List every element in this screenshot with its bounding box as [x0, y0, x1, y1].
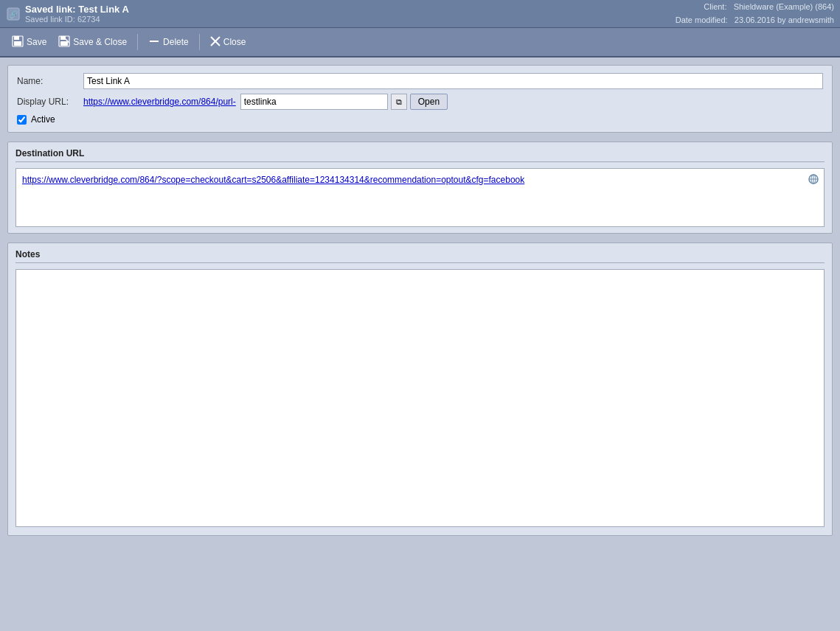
close-icon	[210, 36, 221, 49]
open-label: Open	[418, 97, 440, 107]
name-row: Name:	[17, 73, 823, 89]
toolbar: Save Save & Close Delete Clos	[0, 28, 840, 57]
date-info: Date modified: 23.06.2016 by andrewsmith	[676, 14, 834, 27]
display-url-base[interactable]: https://www.cleverbridge.com/864/purl-	[83, 97, 236, 107]
destination-url-section: Destination URL https://www.cleverbridge…	[7, 142, 833, 234]
toolbar-separator-2	[199, 34, 200, 50]
display-url-label: Display URL:	[17, 97, 83, 107]
destination-url-header: Destination URL	[15, 148, 825, 162]
save-button[interactable]: Save	[7, 33, 51, 52]
notes-section: Notes	[7, 243, 833, 536]
open-url-button[interactable]: Open	[410, 94, 448, 110]
svg-rect-6	[60, 36, 66, 40]
svg-rect-3	[14, 36, 19, 40]
active-checkbox[interactable]	[17, 115, 27, 125]
active-row: Active	[17, 114, 823, 125]
delete-icon	[148, 35, 160, 49]
toolbar-separator-1	[137, 34, 138, 50]
title-bar-right: Client: Shieldware (Example) (864) Date …	[676, 1, 834, 27]
active-label[interactable]: Active	[31, 114, 55, 125]
save-label: Save	[27, 37, 46, 47]
title-bar-left: 🔗 Saved link: Test Link A Saved link ID:…	[6, 4, 129, 24]
delete-button[interactable]: Delete	[144, 33, 193, 52]
svg-text:🔗: 🔗	[9, 10, 18, 19]
main-title: Saved link: Test Link A	[25, 4, 129, 15]
title-text-group: Saved link: Test Link A Saved link ID: 6…	[25, 4, 129, 24]
client-info: Client: Shieldware (Example) (864)	[676, 1, 834, 14]
name-input[interactable]	[83, 73, 823, 89]
display-url-row: Display URL: https://www.cleverbridge.co…	[17, 94, 823, 110]
svg-rect-4	[14, 41, 21, 46]
close-label: Close	[223, 37, 246, 47]
destination-url-text[interactable]: https://www.cleverbridge.com/864/?scope=…	[22, 175, 524, 185]
close-button[interactable]: Close	[206, 34, 251, 51]
save-close-label: Save & Close	[73, 37, 127, 47]
destination-url-area: https://www.cleverbridge.com/864/?scope=…	[15, 168, 825, 227]
name-label: Name:	[17, 76, 83, 86]
display-url-suffix-input[interactable]	[240, 94, 388, 110]
form-section: Name: Display URL: https://www.cleverbri…	[7, 65, 833, 133]
client-label: Client:	[704, 2, 726, 11]
title-bar: 🔗 Saved link: Test Link A Saved link ID:…	[0, 0, 840, 28]
sub-title: Saved link ID: 62734	[25, 15, 129, 24]
save-close-icon	[58, 35, 70, 49]
main-content: Name: Display URL: https://www.cleverbri…	[0, 57, 840, 631]
date-label: Date modified:	[676, 15, 728, 24]
svg-rect-7	[60, 41, 68, 46]
save-close-button[interactable]: Save & Close	[54, 33, 131, 52]
save-icon	[12, 35, 24, 49]
display-url-controls: https://www.cleverbridge.com/864/purl- ⧉…	[83, 94, 448, 110]
notes-textarea[interactable]	[15, 269, 825, 527]
copy-url-button[interactable]: ⧉	[391, 94, 407, 110]
delete-label: Delete	[163, 37, 189, 47]
date-value: 23.06.2016 by andrewsmith	[735, 15, 834, 24]
saved-link-icon: 🔗	[6, 7, 21, 21]
client-value: Shieldware (Example) (864)	[734, 2, 834, 11]
notes-header: Notes	[15, 249, 825, 263]
copy-icon: ⧉	[396, 97, 402, 107]
destination-url-widget-icon[interactable]	[808, 173, 819, 187]
